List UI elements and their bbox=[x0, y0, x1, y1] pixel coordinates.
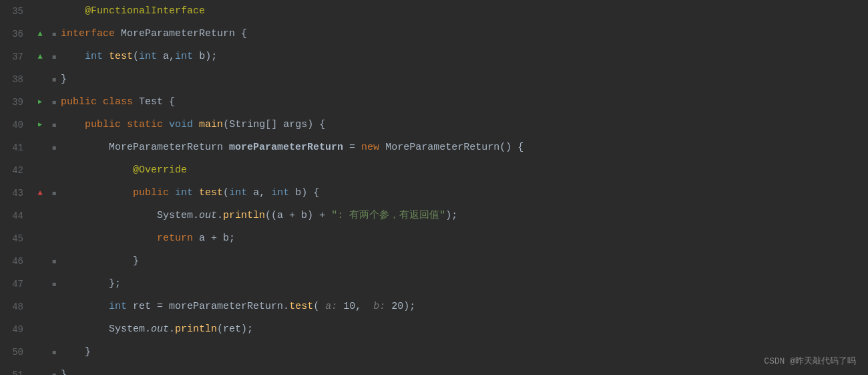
fold-bar: ◼ bbox=[50, 189, 58, 197]
code-line: 50◼ } bbox=[0, 341, 868, 364]
line-number: 35 bbox=[0, 6, 30, 17]
line-number: 43 bbox=[0, 188, 30, 199]
code-text: int ret = moreParameterReturn.test( a: 1… bbox=[58, 295, 868, 318]
watermark: CSDN @昨天敲代码了吗 bbox=[764, 355, 856, 367]
code-text: return a + b; bbox=[58, 227, 868, 250]
fold-bar: ◼ bbox=[50, 30, 58, 38]
line-number: 36 bbox=[0, 29, 30, 39]
line-number: 47 bbox=[0, 279, 30, 289]
run-icon[interactable]: ▶ bbox=[38, 122, 42, 128]
code-line: 42 @Override bbox=[0, 159, 868, 182]
fold-indicator[interactable]: ◼ bbox=[52, 189, 56, 197]
code-line: 38◼} bbox=[0, 68, 868, 91]
code-line: 40▶◼ public static void main(String[] ar… bbox=[0, 114, 868, 136]
line-number: 46 bbox=[0, 256, 30, 267]
line-number: 39 bbox=[0, 97, 30, 108]
fold-bar: ◼ bbox=[50, 280, 58, 288]
code-text: }; bbox=[58, 273, 868, 295]
fold-bar: ◼ bbox=[50, 371, 58, 375]
gutter-icon: ▲ bbox=[30, 30, 50, 38]
code-text: } bbox=[58, 68, 868, 91]
impl-icon: ▲ bbox=[37, 53, 42, 61]
fold-bar: ◼ bbox=[50, 76, 58, 84]
code-line: 35 @FunctionalInterface bbox=[0, 0, 868, 23]
code-text: public static void main(String[] args) { bbox=[58, 114, 868, 136]
code-text: System.out.println(ret); bbox=[58, 318, 868, 341]
line-number: 41 bbox=[0, 142, 30, 153]
code-text: public int test(int a, int b) { bbox=[58, 182, 868, 205]
warn-icon: ▲ bbox=[37, 189, 42, 197]
line-number: 49 bbox=[0, 324, 30, 335]
code-text: System.out.println((a + b) + ": 有两个参，有返回… bbox=[58, 205, 868, 227]
code-line: 46◼ } bbox=[0, 250, 868, 273]
fold-indicator[interactable]: ◼ bbox=[52, 76, 56, 84]
gutter-icon: ▲ bbox=[30, 53, 50, 61]
line-number: 38 bbox=[0, 74, 30, 85]
code-text: @FunctionalInterface bbox=[58, 0, 868, 23]
code-text: int test(int a,int b); bbox=[58, 45, 868, 68]
code-text: interface MoreParameterReturn { bbox=[58, 23, 868, 45]
code-line: 45 return a + b; bbox=[0, 227, 868, 250]
fold-bar: ◼ bbox=[50, 144, 58, 152]
code-line: 41◼ MoreParameterReturn moreParameterRet… bbox=[0, 136, 868, 159]
fold-indicator[interactable]: ◼ bbox=[52, 144, 56, 152]
code-text: } bbox=[58, 250, 868, 273]
code-line: 39▶◼public class Test { bbox=[0, 91, 868, 114]
code-line: 49 System.out.println(ret); bbox=[0, 318, 868, 341]
line-number: 37 bbox=[0, 51, 30, 62]
code-text: @Override bbox=[58, 159, 868, 182]
code-text: } bbox=[58, 341, 868, 364]
line-number: 50 bbox=[0, 347, 30, 358]
fold-indicator[interactable]: ◼ bbox=[52, 30, 56, 38]
line-number: 44 bbox=[0, 211, 30, 221]
code-line: 37▲◼ int test(int a,int b); bbox=[0, 45, 868, 68]
code-text: public class Test { bbox=[58, 91, 868, 114]
code-line: 48 int ret = moreParameterReturn.test( a… bbox=[0, 295, 868, 318]
run-icon[interactable]: ▶ bbox=[38, 99, 42, 106]
line-number: 51 bbox=[0, 370, 30, 375]
fold-bar: ◼ bbox=[50, 121, 58, 129]
line-number: 48 bbox=[0, 301, 30, 312]
gutter-icon: ▲ bbox=[30, 189, 50, 197]
line-number: 42 bbox=[0, 165, 30, 176]
code-line: 47◼ }; bbox=[0, 273, 868, 295]
code-container: 35 @FunctionalInterface36▲◼interface Mor… bbox=[0, 0, 868, 375]
fold-indicator[interactable]: ◼ bbox=[52, 348, 56, 356]
gutter-icon: ▶ bbox=[30, 122, 50, 128]
fold-indicator[interactable]: ◼ bbox=[52, 371, 56, 375]
fold-indicator[interactable]: ◼ bbox=[52, 257, 56, 265]
fold-indicator[interactable]: ◼ bbox=[52, 53, 56, 61]
code-line: 44 System.out.println((a + b) + ": 有两个参，… bbox=[0, 205, 868, 227]
code-line: 43▲◼ public int test(int a, int b) { bbox=[0, 182, 868, 205]
code-line: 36▲◼interface MoreParameterReturn { bbox=[0, 23, 868, 45]
fold-indicator[interactable]: ◼ bbox=[52, 98, 56, 106]
code-text: MoreParameterReturn moreParameterReturn … bbox=[58, 136, 868, 159]
fold-indicator[interactable]: ◼ bbox=[52, 280, 56, 288]
fold-bar: ◼ bbox=[50, 53, 58, 61]
fold-bar: ◼ bbox=[50, 348, 58, 356]
line-number: 45 bbox=[0, 233, 30, 244]
fold-bar: ◼ bbox=[50, 98, 58, 106]
fold-bar: ◼ bbox=[50, 257, 58, 265]
fold-indicator[interactable]: ◼ bbox=[52, 121, 56, 129]
code-text: } bbox=[58, 364, 868, 375]
line-number: 40 bbox=[0, 120, 30, 130]
gutter-icon: ▶ bbox=[30, 99, 50, 106]
impl-icon: ▲ bbox=[37, 30, 42, 38]
code-line: 51◼} bbox=[0, 364, 868, 375]
